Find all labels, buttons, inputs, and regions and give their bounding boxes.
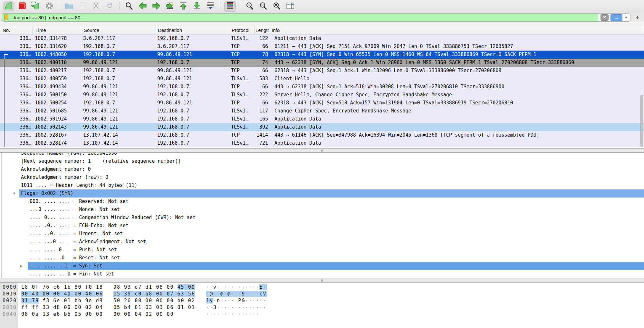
hex-bytes-group1[interactable]: 08 0a 13 e6 b5 95 00 00 [21,311,103,318]
hex-row[interactable]: 004008 0a 13 e6 b5 95 00 0000 00 04 02 0… [0,311,644,318]
hex-row[interactable]: 002031 79 f3 6e 01 bb 9e d950 26 00 00 0… [0,297,644,304]
packet-row[interactable]: 336…1002.448050192.168.0.799.86.49.121TC… [0,51,644,59]
detail-line[interactable]: ▼Flags: 0x002 (SYN) [0,189,644,198]
detail-line[interactable]: Acknowledgment number (raw): 0 [0,173,644,181]
close-capture-file-button[interactable] [90,1,102,12]
filter-clear-button[interactable]: ✕ [601,14,609,21]
auto-scroll-button[interactable] [205,1,216,12]
column-header-row: No.TimeSourceDestinationProtocolLengthIn… [0,26,644,34]
hex-ascii[interactable]: ··v····· ······E· [206,284,267,291]
cell-info: 62318 → 443 [ACK] Seq=1 Ack=1 Win=132096… [269,67,644,75]
packet-row[interactable]: 336…1002.48011099.86.49.121192.168.0.7TC… [0,59,644,67]
hex-ascii[interactable]: ········ ······ [206,311,259,318]
go-to-packet-button[interactable] [164,1,176,12]
hex-bytes-group1[interactable]: ff ff 33 d8 00 00 02 04 [21,304,103,311]
filter-add-button[interactable]: + [633,14,642,21]
toolbar-separator [59,2,59,11]
cell-destination: 99.86.49.121 [155,67,229,75]
save-capture-file-button[interactable] [77,1,88,12]
go-last-packet-button[interactable] [191,1,203,12]
detail-line[interactable]: ▶.... .... ..1. = Syn: Set [0,262,644,270]
hex-bytes-group1[interactable]: 18 0f 76 c6 1b 80 f0 18 [21,284,103,291]
detail-line[interactable]: [Next sequence number: 1 (relative seque… [0,157,644,165]
detail-line[interactable]: .... ..0. .... = Urgent: Not set [0,230,644,238]
hex-bytes-group2[interactable]: e5 39 c0 a8 00 07 63 56 [113,291,195,297]
detail-line[interactable]: ...0 .... .... = Nonce: Not set [0,206,644,214]
filter-bookmark-icon[interactable] [2,14,11,21]
start-capture-button[interactable] [3,1,14,12]
filter-apply-button[interactable]: → [610,14,622,21]
hex-row[interactable]: 001000 40 00 00 40 00 40 06e5 39 c0 a8 0… [0,291,644,297]
find-packet-button[interactable] [123,1,135,12]
detail-line[interactable]: .... .... ...0 = Fin: Not set [0,270,644,278]
expander-closed-icon[interactable]: ▶ [19,262,24,270]
hex-ascii[interactable]: ·@··@·@· ·9····cV [206,291,267,297]
packet-row[interactable]: 336…1002.480217192.168.0.799.86.49.121TC… [0,67,644,75]
detail-line[interactable]: Acknowledgment number: 0 [0,165,644,173]
zoom-in-button[interactable] [244,1,255,12]
packet-row[interactable]: 336…1002.50168599.86.49.121192.168.0.7TL… [0,107,644,115]
zoom-out-button[interactable] [257,1,269,12]
filter-dropdown-chevron[interactable]: ▼ [624,15,628,19]
column-header-destination[interactable]: Destination [155,26,229,34]
packet-row[interactable]: 336…1002.52816713.107.42.14192.168.0.7TC… [0,131,644,139]
hex-ascii[interactable]: 1y·n···· P&······ [206,297,267,304]
detail-line[interactable]: 1011 .... = Header Length: 44 bytes (11) [0,181,644,189]
hex-bytes-group1[interactable]: 31 79 f3 6e 01 bb 9e d9 [21,297,103,304]
detail-line[interactable]: .... ...0 .... = Acknowledgment: Not set [0,238,644,246]
go-first-packet-button[interactable] [178,1,189,12]
packet-row[interactable]: 336…1002.49943499.86.49.121192.168.0.7TC… [0,83,644,91]
detail-line[interactable]: .... 0... .... = Congestion Window Reduc… [0,214,644,222]
hex-bytes-group2[interactable]: 00 00 04 02 00 00 [113,311,174,318]
packet-row[interactable]: 336…1002.480559192.168.0.799.86.49.121TL… [0,75,644,83]
hex-bytes-group2[interactable]: 05 b4 01 03 03 06 01 01 [113,304,195,311]
expander-open-icon[interactable]: ▼ [12,189,17,198]
splitter-bottom[interactable] [0,278,644,283]
cell-source: 13.107.42.14 [81,131,155,139]
cell-source: 99.86.49.121 [81,83,155,91]
detail-line[interactable]: 000. .... .... = Reserved: Not set [0,198,644,206]
cell-length: 222 [255,91,269,99]
display-filter-input[interactable]: tcp.port == 80 || udp.port == 80 [11,15,598,20]
detail-line-text: 000. .... .... = Reserved: Not set [28,198,644,206]
colorize-packets-button[interactable] [224,1,236,12]
hex-bytes-group1[interactable]: 00 40 00 00 40 00 40 06 [21,291,103,297]
column-header-length[interactable]: Length [255,26,269,34]
zoom-reset-icon [272,2,281,11]
resize-columns-button[interactable] [284,1,296,12]
hex-row[interactable]: 000018 0f 76 c6 1b 80 f0 1898 93 d7 d1 0… [0,284,644,291]
packet-row[interactable]: 336…1002.331620192.168.0.73.6.207.117TCP… [0,43,644,51]
packet-row[interactable]: 336…1002.52817413.107.42.14192.168.0.7TL… [0,139,644,147]
cell-protocol: TLSv1… [229,123,255,131]
open-capture-file-button[interactable] [63,1,75,12]
detail-line[interactable]: .... .... .0.. = Reset: Not set [0,254,644,262]
splitter-top[interactable] [0,148,644,153]
packet-row[interactable]: 336…1002.50192499.86.49.121192.168.0.7TL… [0,115,644,123]
go-forward-button[interactable] [150,1,162,12]
hex-row[interactable]: 0030ff ff 33 d8 00 00 02 0405 b4 01 03 0… [0,304,644,311]
reload-capture-file-button[interactable] [104,1,115,12]
packet-list-scrollbar-thumb[interactable] [640,95,643,147]
hex-bytes-group2[interactable]: 50 26 00 00 00 00 b0 02 [113,297,195,304]
zoom-100-button[interactable] [271,1,283,12]
arrow-left-icon [138,2,147,11]
column-header-info[interactable]: Info [269,26,644,34]
column-header-protocol[interactable]: Protocol [229,26,255,34]
detail-line[interactable]: .... .0.. .... = ECN-Echo: Not set [0,222,644,230]
column-header-time[interactable]: Time [33,26,81,34]
display-filter-field[interactable]: tcp.port == 80 || udp.port == 80 ✕ → ▼ [2,13,630,22]
packet-row[interactable]: 336…1002.50015099.86.49.121192.168.0.7TL… [0,91,644,99]
packet-row[interactable]: 336…1002.3314783.6.207.117192.168.0.7TLS… [0,34,644,43]
detail-line[interactable]: .... .... 0... = Push: Not set [0,246,644,254]
column-header-source[interactable]: Source [81,26,155,34]
packet-row[interactable]: 336…1002.500254192.168.0.799.86.49.121TC… [0,99,644,107]
hex-ascii[interactable]: ··3····· ········ [206,304,267,311]
hex-bytes-group2[interactable]: 98 93 d7 d1 08 00 45 00 [113,284,195,291]
go-back-button[interactable] [137,1,149,12]
restart-capture-button[interactable] [30,1,42,12]
detail-line[interactable]: Sequence number (raw): 2805041998 [0,153,644,157]
packet-row[interactable]: 336…1002.50214399.86.49.121192.168.0.7TL… [0,123,644,131]
capture-options-button[interactable] [43,1,55,12]
stop-capture-button[interactable] [16,1,28,12]
column-header-no[interactable]: No. [0,26,33,34]
